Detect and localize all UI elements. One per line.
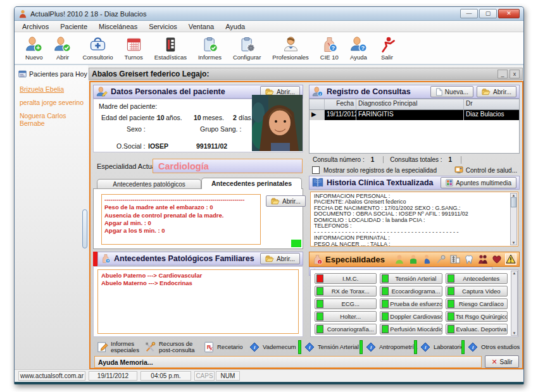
toolbar-label: Profesionales [272,54,309,61]
toolbar-cie10-button[interactable]: ? CIE 10 [315,35,344,62]
toolbar-abrir-button[interactable]: Abrir [48,35,77,62]
especialidad-button-evaluacion-deportiva[interactable]: Evaluac. Deportiva [446,324,508,334]
close-button[interactable]: ✕ [498,9,520,18]
especialidad-actual-value: Cardiología [158,161,209,171]
especialidad-button-ecg[interactable]: ECG... [315,298,377,309]
col-fecha[interactable]: Fecha [325,99,356,109]
menu-servicios[interactable]: Servicios [144,22,182,31]
recursos-post-consulta-button[interactable]: Recursos de post-consulta [145,339,201,355]
consultas-filter-row: Mostrar solo registros de la especialida… [309,165,520,175]
consulta-row-selected[interactable]: ▶ 19/11/2012 FARINGITIS Diaz Bulacios [310,110,519,120]
patient-link-1[interactable]: Brizuela Ebelia [20,85,88,93]
especialidad-button-ecocardiograma[interactable]: Ecocardiograma... [380,286,442,297]
especialidad-button-coronariografia[interactable]: Coronariografía... [315,324,377,334]
toolbar-salir-button[interactable]: Salir [373,35,401,62]
patient-link-2[interactable]: peralta jorge severino [20,99,88,106]
scroll-up-arrow[interactable]: ▲ [513,271,516,275]
especialidad-button-tst-riesgo[interactable]: Tst Rsgo Quirúrgico [446,311,508,322]
tab-antecedentes-perinatales[interactable]: Antecedentes perinatales [201,178,302,189]
tension-arterial-button[interactable]: i Tensión Arterial [298,339,359,355]
status-bar: www.actualsoft.com.ar 19/11/2012 04:05 p… [15,369,523,382]
cardiologia-icon[interactable] [491,254,503,265]
alertas-icon[interactable] [505,254,516,265]
historia-textbox[interactable]: INFORMACION PERSONAL : PACIENTE: Abalos … [310,192,518,247]
menu-ayuda[interactable]: Ayuda [220,22,250,31]
patient-link-3[interactable]: Noguera Carlos Bernabe [20,112,88,127]
control-salud-button[interactable]: Control de salud... [454,166,520,174]
minimize-button[interactable]: — [460,9,478,18]
antropometria-button[interactable]: i Antropometría [360,339,417,355]
laboratorio-button[interactable]: i Laboratorio [414,339,464,355]
especialidad-button-captura-video[interactable]: Captura Video [446,286,508,297]
col-diagnostico[interactable]: Diagnostico Principal [356,99,464,109]
recetario-button[interactable]: R Recetario [203,339,243,355]
scroll-down-arrow[interactable]: ▼ [513,331,516,335]
patients-sidebar: Pacientes para Hoy Brizuela Ebelia peral… [15,65,88,372]
toolbar-nuevo-button[interactable]: + Nuevo [20,35,48,62]
scroll-thumb[interactable] [511,197,516,207]
perinatales-textbox[interactable]: ----------------------------------------… [101,194,261,245]
odontologia-icon[interactable] [463,254,475,265]
menu-archivos[interactable]: Archivos [17,22,54,31]
toolbar-turnos-button[interactable]: Turnos [119,35,149,62]
toolbar-informes-button[interactable]: Informes [192,35,227,62]
especialidad-button-holter[interactable]: Holter... [315,311,377,322]
ayuda-memoria-box[interactable]: Ayuda Memoria... [94,356,482,368]
especialidad-button-imc[interactable]: I.M.C. [315,273,377,284]
fertilidad-icon[interactable] [435,254,447,265]
family-history-icon: ? [101,254,111,264]
ginecologia-icon[interactable] [477,254,489,265]
registro-nueva-button[interactable]: Nueva... [430,86,473,97]
vademecum-button[interactable]: i Vademecum [249,339,296,355]
radiologia-icon[interactable] [449,254,461,265]
clinica-icon[interactable] [408,254,419,265]
especialidad-button-antecedentes[interactable]: Antecedentes [446,273,508,284]
toolbar-profesionales-button[interactable]: Profesionales [266,35,315,62]
patient-record-titlebar[interactable]: Abalos Greisert federico Legajo: _ x [89,68,523,80]
maximize-button[interactable]: ▢ [479,9,497,18]
tab-antecedentes-personales[interactable]: Antecedentes patológicos personales [97,179,201,189]
especialidad-button-riesgo-cardiaco[interactable]: Riesgo Cardíaco [446,298,508,309]
informes-especiales-button[interactable]: Informes especiales [97,339,142,355]
especialidad-button-prueba-esfuerzo[interactable]: Prueba de esfuerzo... [380,298,442,309]
familiares-textbox[interactable]: Abuelo Paterno ---> Cardiovascular Abuel… [97,269,299,334]
toolbar-label: Estadísticas [154,54,187,61]
scroll-down-arrow[interactable]: ▼ [512,241,516,245]
historia-scrollbar[interactable]: ▲▼ [510,193,517,245]
bottom-toolbar-label: Antropometría [379,344,417,350]
consultas-totales-value: 1 [449,156,453,163]
especialidad-button-rx-torax[interactable]: RX de Torax... [315,286,377,297]
toolbar-consultorio-button[interactable]: Consultorio [77,35,118,62]
familiares-abrir-button[interactable]: Abrir... [260,253,300,264]
record-close-button[interactable]: x [510,70,520,78]
sidebar-splitter-handle[interactable] [82,209,87,248]
toolbar-configurar-button[interactable]: Configurar [227,35,266,62]
menu-miscelaneas[interactable]: Misceláneas [94,22,142,31]
menu-paciente[interactable]: Paciente [55,22,92,31]
record-minimize-button[interactable]: _ [497,70,508,78]
toolbar-ayuda-button[interactable]: ? Ayuda [344,35,373,62]
professionals-icon [282,36,299,53]
salir-button[interactable]: ✕ Salir [485,355,519,368]
familiares-header: ? Antecedentes Patológicos Familiares Ab… [97,252,303,266]
window-titlebar[interactable]: ActualPlus! 2010 2 18 - Diaz Bulacios — … [15,7,523,21]
obstetricia-icon[interactable] [422,254,433,265]
especialidad-button-label: Tensión Arterial [390,275,441,282]
registro-abrir-button[interactable]: Abrir... [477,86,516,97]
pediatria-icon[interactable] [394,254,405,265]
toolbar-label: Salir [381,54,393,61]
perinatales-abrir-button[interactable]: Abrir... [266,195,306,207]
menu-ventana[interactable]: Ventana [184,22,219,31]
col-dr[interactable]: Dr [464,99,519,109]
especialidad-button-tension[interactable]: Tensión Arterial [380,273,442,284]
especialidad-button-doppler[interactable]: Doppler Cardiovascular [380,311,442,322]
toolbar-label: Informes [198,54,222,61]
especialidad-button-perfusion[interactable]: Perfusión Miocárdica [380,324,442,334]
salir-label: Salir [500,358,513,365]
filtro-especialidad-checkbox[interactable] [312,166,320,174]
main-toolbar: + Nuevo Abrir Consultorio Turnos Estadís… [15,32,523,65]
especialidades-scrollbar[interactable]: ▲▼ [511,271,518,336]
toolbar-estadisticas-button[interactable]: Estadísticas [149,35,192,62]
otros-estudios-button[interactable]: i Otros estudios [461,339,520,355]
apuntes-multimedia-button[interactable]: Apuntes multimedia [441,177,516,188]
